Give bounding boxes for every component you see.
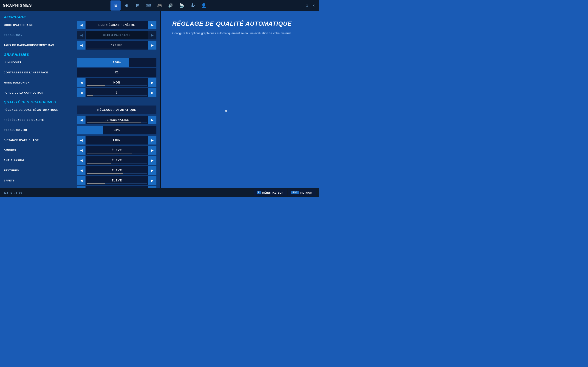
arrow-right-prereglages[interactable]: ▶ [148,116,156,124]
arrow-left-post[interactable]: ◀ [77,186,86,188]
label-resolution: RÉSOLUTION [4,34,77,36]
arrow-right-daltonien[interactable]: ▶ [148,78,156,87]
section-qualite-header: QUALITÉ DES GRAPHISMES [0,98,160,105]
control-luminosite: 100% [77,58,156,67]
retour-button[interactable]: ESC RETOUR [288,189,316,196]
control-prereglages: ◀ PERSONNALISÉ ▶ [77,116,156,124]
retour-key-badge: ESC [291,191,299,194]
nav-network[interactable]: 📡 [177,0,187,10]
slider-textures [87,173,147,174]
reinit-key-badge: R [257,191,261,194]
slider-force [87,95,147,96]
top-bar: GRAPHISMES 🖥 ⚙ ⊞ ⌨ 🎮 🔊 📡 🕹 👤 — □ ✕ [0,0,319,11]
arrow-right-textures[interactable]: ▶ [148,166,156,175]
arrow-left-mode-affichage[interactable]: ◀ [77,21,86,29]
setting-distance: DISTANCE D'AFFICHAGE ◀ LOIN ▶ [0,135,160,145]
arrow-right-antialiasing[interactable]: ▶ [148,156,156,165]
arrow-left-textures[interactable]: ◀ [77,166,86,175]
minimize-button[interactable]: — [297,4,303,7]
slider-distance [87,143,147,143]
setting-prereglages: PRÉRÉGLAGES DE QUALITÉ ◀ PERSONNALISÉ ▶ [0,115,160,125]
reinitialiser-button[interactable]: R RÉINITIALISER [254,189,287,196]
label-mode-daltonien: MODE DALTONIEN [4,81,77,84]
setting-luminosite: LUMINOSITÉ 100% [0,57,160,67]
control-contrastes: x1 [77,68,156,77]
label-reglage-auto: RÉGLAGE DE QUALITÉ AUTOMATIQUE [4,108,77,111]
arrow-left-distance[interactable]: ◀ [77,136,86,144]
fps-counter: 81 FPS [ 78 | 95 ] [4,191,23,194]
value-distance: LOIN [86,136,148,144]
arrow-right-resolution[interactable]: ▶ [148,31,156,40]
top-nav: 🖥 ⚙ ⊞ ⌨ 🎮 🔊 📡 🕹 👤 [111,0,209,10]
nav-account[interactable]: 👤 [199,0,209,10]
arrow-right-effets[interactable]: ▶ [148,176,156,185]
arrow-left-prereglages[interactable]: ◀ [77,116,86,124]
value-effets: ÉLEVÉ [86,176,148,185]
btn-reglage-auto[interactable]: RÉGLAGE AUTOMATIQUE [77,106,156,114]
right-panel-description: Configure les options graphiques automat… [172,31,301,35]
setting-force-correction: FORCE DE LA CORRECTION ◀ 0 ▶ [0,88,160,98]
slider-ombres [87,153,147,153]
setting-contrastes: CONTRASTES DE L'INTERFACE x1 [0,67,160,77]
label-taux-rafraichissement: TAUX DE RAFRAÎCHISSEMENT MAX [4,44,77,47]
arrow-left-force[interactable]: ◀ [77,88,86,97]
arrow-left-daltonien[interactable]: ◀ [77,78,86,87]
value-mode-affichage: PLEIN ÉCRAN FENÊTRÉ [86,21,148,29]
arrow-right-force[interactable]: ▶ [148,88,156,97]
reinit-label: RÉINITIALISER [262,191,284,194]
control-mode-affichage: ◀ PLEIN ÉCRAN FENÊTRÉ ▶ [77,21,156,29]
value-resolution: 3840 X 2400 16:10 [86,31,148,40]
control-antialiasing: ◀ ÉLEVÉ ▶ [77,156,156,165]
bottom-buttons: R RÉINITIALISER ESC RETOUR [254,189,316,196]
close-button[interactable]: ✕ [311,4,317,7]
value-taux-rafraichissement: 120 IPS [86,41,148,50]
nav-layout[interactable]: ⊞ [132,0,143,10]
nav-keyboard[interactable]: ⌨ [144,0,154,10]
arrow-left-effets[interactable]: ◀ [77,176,86,185]
retour-label: RETOUR [300,191,312,194]
slider-prereglages [87,123,147,123]
label-antialiasing: ANTIALIASING [4,159,77,162]
label-contrastes: CONTRASTES DE L'INTERFACE [4,71,77,74]
nav-settings[interactable]: ⚙ [121,0,132,10]
control-ombres: ◀ ÉLEVÉ ▶ [77,146,156,155]
arrow-left-resolution[interactable]: ◀ [77,31,86,40]
slider-resolution [87,38,147,38]
arrow-right-distance[interactable]: ▶ [148,136,156,144]
arrow-left-antialiasing[interactable]: ◀ [77,156,86,165]
arrow-left-ombres[interactable]: ◀ [77,146,86,155]
slider-antialiasing [87,163,147,164]
label-force-correction: FORCE DE LA CORRECTION [4,91,77,94]
nav-controller[interactable]: 🕹 [188,0,198,10]
arrow-left-taux[interactable]: ◀ [77,41,86,50]
nav-gamepad[interactable]: 🎮 [155,0,165,10]
setting-resolution-3d: RÉSOLUTION 3D 33% [0,125,160,135]
slider-fill-resolution [87,38,147,38]
right-panel: RÉGLAGE DE QUALITÉ AUTOMATIQUE Configure… [161,11,319,188]
arrow-right-post[interactable]: ▶ [148,186,156,188]
value-contrastes: x1 [77,68,156,77]
arrow-right-ombres[interactable]: ▶ [148,146,156,155]
label-textures: TEXTURES [4,169,77,172]
arrow-right-mode-affichage[interactable]: ▶ [148,21,156,29]
setting-textures: TEXTURES ◀ ÉLEVÉ ▶ [0,165,160,175]
app-title: GRAPHISMES [3,3,32,8]
slider-fill-force [87,95,93,96]
control-reglage-auto: RÉGLAGE AUTOMATIQUE [77,106,156,114]
maximize-button[interactable]: □ [304,4,309,7]
value-prereglages: PERSONNALISÉ [86,116,148,124]
setting-reglage-auto: RÉGLAGE DE QUALITÉ AUTOMATIQUE RÉGLAGE A… [0,105,160,115]
setting-mode-affichage: MODE D'AFFICHAGE ◀ PLEIN ÉCRAN FENÊTRÉ ▶ [0,20,160,30]
nav-display[interactable]: 🖥 [111,0,121,10]
slider-fill-ombres [87,153,132,153]
value-resolution-3d[interactable]: 33% [77,126,156,134]
slider-effets [87,183,147,184]
setting-taux-rafraichissement: TAUX DE RAFRAÎCHISSEMENT MAX ◀ 120 IPS ▶ [0,40,160,50]
value-luminosite[interactable]: 100% [77,58,156,67]
control-mode-daltonien: ◀ NON ▶ [77,78,156,87]
label-distance: DISTANCE D'AFFICHAGE [4,139,77,142]
slider-fill-effets [87,183,105,184]
value-textures: ÉLEVÉ [86,166,148,175]
arrow-right-taux[interactable]: ▶ [148,41,156,50]
nav-audio[interactable]: 🔊 [166,0,176,10]
